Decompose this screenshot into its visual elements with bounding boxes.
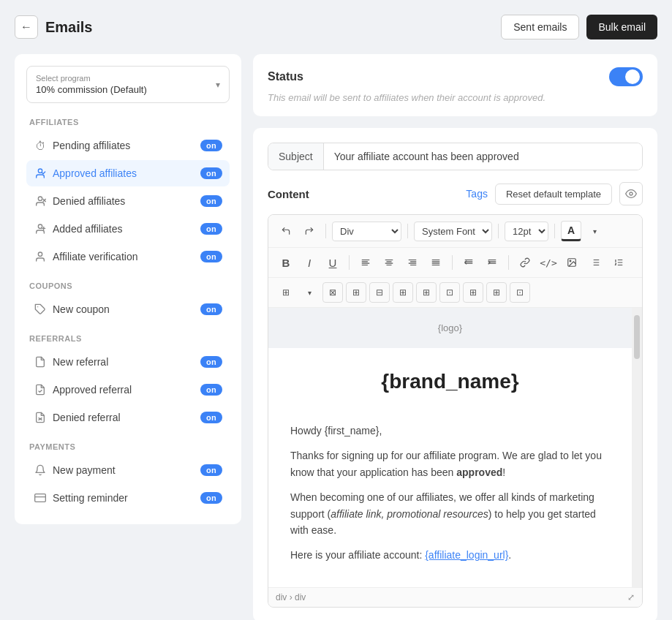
subject-input[interactable] — [324, 143, 642, 170]
toggle-on-badge: on — [200, 167, 222, 179]
logo-placeholder: {logo} — [438, 322, 462, 333]
font-select[interactable]: System Font Arial Georgia — [414, 222, 492, 241]
affiliate-login-url[interactable]: {affiliate_login_url} — [425, 549, 508, 561]
toggle-on-badge: on — [200, 223, 222, 235]
affiliates-section: AFFILIATES — [26, 118, 230, 126]
table-tool-2[interactable]: ⊞ — [346, 282, 366, 303]
status-label: Status — [268, 70, 303, 83]
toggle-on-badge: on — [200, 356, 222, 368]
table-tool-8[interactable]: ⊞ — [486, 282, 507, 303]
status-toggle[interactable] — [609, 67, 643, 86]
coupons-section: COUPONS — [26, 281, 230, 290]
align-center-button[interactable] — [379, 252, 399, 273]
table-tool-6[interactable]: ⊡ — [439, 282, 460, 303]
page-header: ← Emails Sent emails Bulk email — [15, 15, 657, 39]
sidebar-item-denied-referral[interactable]: Denied referral on — [26, 404, 230, 431]
tags-link[interactable]: Tags — [466, 188, 488, 200]
svg-point-37 — [570, 260, 571, 262]
payments-section: PAYMENTS — [26, 442, 230, 451]
resize-handle[interactable]: ⤢ — [627, 592, 635, 602]
italic-button[interactable]: I — [299, 252, 320, 273]
email-brand-section: {brand_name} — [268, 348, 632, 415]
svg-point-7 — [38, 252, 42, 256]
email-logo-section: {logo} — [268, 308, 632, 348]
bulk-email-button[interactable]: Bulk email — [586, 15, 657, 39]
sidebar-item-affiliate-verification[interactable]: Affiliate verification on — [26, 243, 230, 270]
outdent-button[interactable] — [458, 252, 479, 273]
align-right-button[interactable] — [402, 252, 423, 273]
align-left-button[interactable] — [355, 252, 376, 273]
scrollbar[interactable] — [632, 308, 642, 587]
preview-button[interactable] — [619, 182, 643, 205]
link-button[interactable] — [515, 252, 535, 273]
header-actions: Sent emails Bulk email — [501, 15, 657, 39]
sidebar-item-approved-referral[interactable]: Approved referral on — [26, 377, 230, 403]
sidebar-item-label: New payment — [53, 464, 116, 476]
email-paragraph3: Here is your affiliate account: {affilia… — [290, 547, 610, 563]
user-x-icon — [34, 194, 47, 208]
sidebar-item-setting-reminder[interactable]: Setting reminder on — [26, 485, 230, 511]
toggle-on-badge: on — [200, 492, 222, 504]
table-tool-9[interactable]: ⊡ — [510, 282, 530, 303]
editor-breadcrumb: div › div — [276, 592, 306, 602]
editor-body[interactable]: {logo} {brand_name} Howdy {first_name}, … — [268, 308, 632, 587]
font-color-button[interactable]: A — [561, 221, 581, 241]
program-select-value: 10% commission (Default) — [36, 84, 147, 95]
subject-row: Subject — [268, 143, 643, 170]
redo-button[interactable] — [299, 221, 320, 241]
editor-scroll-wrapper: {logo} {brand_name} Howdy {first_name}, … — [268, 308, 642, 587]
sidebar-item-label: Approved referral — [53, 384, 132, 396]
table-button[interactable]: ⊞ — [276, 282, 296, 303]
image-button[interactable] — [562, 252, 582, 273]
underline-button[interactable]: U — [322, 252, 343, 273]
svg-point-1 — [38, 197, 42, 200]
bold-button[interactable]: B — [276, 252, 296, 273]
block-type-select[interactable]: Div Paragraph Heading 1 — [332, 222, 401, 241]
indent-button[interactable] — [482, 252, 502, 273]
table-tool-1[interactable]: ⊠ — [322, 282, 343, 303]
sidebar-item-approved-affiliates[interactable]: Approved affiliates on — [26, 160, 230, 186]
sidebar-item-denied-affiliates[interactable]: Denied affiliates on — [26, 188, 230, 214]
email-text-section: Howdy {first_name}, Thanks for signing u… — [268, 415, 632, 587]
color-chevron-button[interactable]: ▾ — [584, 221, 605, 241]
sent-emails-button[interactable]: Sent emails — [501, 15, 579, 39]
editor-footer: div › div ⤢ — [268, 587, 642, 607]
reset-template-button[interactable]: Reset default template — [495, 184, 612, 205]
back-button[interactable]: ← — [15, 15, 38, 39]
content-actions: Tags Reset default template — [466, 182, 643, 205]
toggle-on-badge: on — [200, 384, 222, 396]
status-card: Status This email will be sent to affili… — [253, 54, 657, 116]
table-chevron-button[interactable]: ▾ — [299, 282, 320, 303]
payments-section-title: PAYMENTS — [26, 442, 230, 451]
table-tool-5[interactable]: ⊞ — [416, 282, 437, 303]
program-select[interactable]: Select program 10% commission (Default) … — [26, 66, 230, 103]
code-button[interactable]: </> — [538, 252, 559, 273]
sidebar-item-new-coupon[interactable]: New coupon on — [26, 296, 230, 322]
table-tool-7[interactable]: ⊞ — [463, 282, 483, 303]
toolbar-divider — [407, 224, 408, 238]
ordered-list-button[interactable] — [608, 252, 629, 273]
toggle-on-badge: on — [200, 251, 222, 262]
table-tool-4[interactable]: ⊞ — [393, 282, 413, 303]
file-icon — [34, 355, 47, 368]
content-label: Content — [268, 188, 309, 200]
sidebar-item-label: Pending affiliates — [53, 140, 130, 151]
svg-point-13 — [630, 192, 633, 195]
unordered-list-button[interactable] — [585, 252, 605, 273]
toggle-on-badge: on — [200, 140, 222, 151]
undo-button[interactable] — [276, 221, 296, 241]
sidebar-item-new-referral[interactable]: New referral on — [26, 349, 230, 375]
font-size-select[interactable]: 12pt 14pt 16pt — [505, 222, 548, 241]
sidebar-item-new-payment[interactable]: New payment on — [26, 457, 230, 483]
email-brand-name: {brand_name} — [283, 370, 617, 393]
sidebar-item-added-affiliates[interactable]: Added affiliates on — [26, 216, 230, 242]
toolbar-divider — [554, 224, 555, 238]
table-tool-3[interactable]: ⊟ — [369, 282, 390, 303]
email-paragraph1: Thanks for signing up for our affiliate … — [290, 447, 610, 480]
justify-button[interactable] — [426, 252, 446, 273]
referrals-section-title: REFERRALS — [26, 334, 230, 343]
coupons-section-title: COUPONS — [26, 281, 230, 290]
program-select-label: Select program — [36, 74, 147, 83]
sidebar-item-pending-affiliates[interactable]: ⏱ Pending affiliates on — [26, 132, 230, 159]
sidebar-item-label: Affiliate verification — [53, 251, 137, 262]
